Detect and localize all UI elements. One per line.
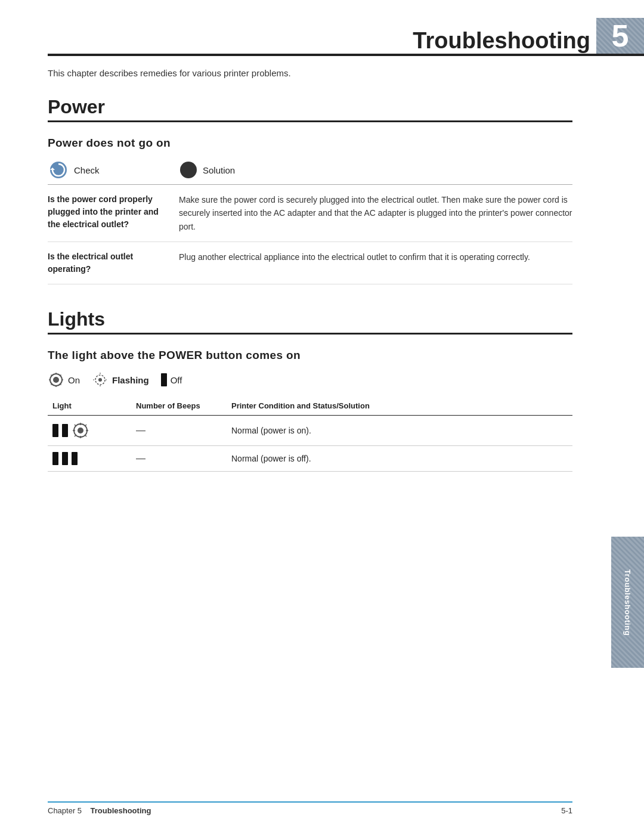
chapter-tab-label: Troubleshooting <box>623 569 632 636</box>
table-row: — Normal (power is on). <box>48 416 572 446</box>
dot-icon <box>52 452 58 465</box>
power-row-1: Is the power cord properly plugged into … <box>48 185 572 242</box>
lights-table-header-row: Light Number of Beeps Printer Condition … <box>48 398 572 416</box>
svg-point-2 <box>180 162 197 178</box>
power-check-1: Is the power cord properly plugged into … <box>48 193 179 231</box>
power-row-2: Is the electrical outlet operating? Plug… <box>48 242 572 284</box>
svg-point-20 <box>78 428 83 433</box>
lights-heading-underline <box>48 333 572 335</box>
check-icon <box>48 159 69 181</box>
legend-flashing: Flashing <box>92 371 149 388</box>
power-section: Power Power does not go on Check Solutio… <box>48 96 572 284</box>
solution-label: Solution <box>203 165 235 175</box>
lights-heading: Lights <box>48 308 572 330</box>
svg-line-27 <box>85 425 86 426</box>
legend-off-label: Off <box>171 375 182 385</box>
off-dot-icon <box>161 373 167 386</box>
lights-section: Lights The light above the POWER button … <box>48 308 572 472</box>
footer-chapter-name: Troubleshooting <box>91 806 151 815</box>
light-icons-on <box>48 416 131 446</box>
chapter-number-block: 5 <box>596 18 644 54</box>
col-status: Printer Condition and Status/Solution <box>227 398 572 416</box>
svg-line-25 <box>75 425 76 426</box>
power-heading-underline <box>48 120 572 122</box>
light-power-button-heading: The light above the POWER button comes o… <box>48 349 572 362</box>
table-row: — Normal (power is off). <box>48 446 572 472</box>
svg-point-14 <box>98 378 102 382</box>
dot-icon <box>52 424 58 437</box>
col-beeps: Number of Beeps <box>131 398 227 416</box>
check-solution-header: Check Solution <box>48 159 572 185</box>
svg-point-4 <box>53 377 59 383</box>
power-check-2: Is the electrical outlet operating? <box>48 250 179 275</box>
on-icon <box>48 371 64 388</box>
intro-text: This chapter describes remedies for vari… <box>48 68 572 78</box>
power-solution-1: Make sure the power cord is securely plu… <box>179 193 572 233</box>
col-light: Light <box>48 398 131 416</box>
chapter-title: Troubleshooting <box>413 28 596 54</box>
light-legend: On Flashing Off <box>48 371 572 388</box>
svg-line-28 <box>75 435 76 436</box>
status-cell-1: Normal (power is on). <box>227 416 572 446</box>
status-cell-2: Normal (power is off). <box>227 446 572 472</box>
beeps-cell-1: — <box>131 416 227 446</box>
footer-page-number: 5-1 <box>561 806 572 815</box>
power-heading: Power <box>48 96 572 118</box>
legend-off: Off <box>161 373 182 386</box>
power-solution-2: Plug another electrical appliance into t… <box>179 250 572 264</box>
footer-chapter-label: Chapter 5 <box>48 806 82 815</box>
solution-column-header: Solution <box>179 160 572 179</box>
lights-table: Light Number of Beeps Printer Condition … <box>48 398 572 472</box>
svg-line-26 <box>85 435 86 436</box>
beeps-cell-2: — <box>131 446 227 472</box>
chapter-underline <box>48 54 644 56</box>
dot-icon <box>62 452 68 465</box>
page-footer: Chapter 5 Troubleshooting 5-1 <box>48 801 572 815</box>
chapter-header: Troubleshooting 5 <box>48 18 644 54</box>
light-icons-off <box>48 446 131 472</box>
legend-flashing-label: Flashing <box>112 375 149 385</box>
solution-icon <box>179 160 198 179</box>
check-column-header: Check <box>48 159 179 181</box>
dot-icon <box>62 424 68 437</box>
power-on-indicator <box>72 422 89 439</box>
power-does-not-go-on-heading: Power does not go on <box>48 137 572 150</box>
check-label: Check <box>74 165 100 175</box>
legend-on-label: On <box>68 375 80 385</box>
chapter-tab: Troubleshooting <box>611 537 644 668</box>
footer-left: Chapter 5 Troubleshooting <box>48 806 151 815</box>
flashing-icon <box>92 371 109 388</box>
chapter-number: 5 <box>612 18 629 54</box>
legend-on: On <box>48 371 80 388</box>
dot-icon <box>72 452 78 465</box>
